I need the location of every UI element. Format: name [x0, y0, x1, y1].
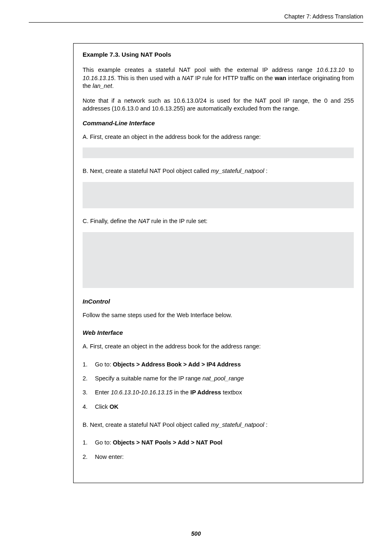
list-number: 1.: [83, 360, 95, 368]
cli-step-b: B. Next, create a stateful NAT Pool obje…: [83, 167, 354, 175]
cli-step-c: C. Finally, define the NAT rule in the I…: [83, 217, 354, 226]
incontrol-heading: InControl: [83, 298, 354, 305]
example-box: Example 7.3. Using NAT Pools This exampl…: [73, 43, 363, 483]
list-item: 3. Enter 10.6.13.10-10.16.13.15 in the I…: [83, 385, 354, 399]
list-text: Now enter:: [95, 453, 124, 461]
code-block-b: [83, 182, 354, 208]
text: .: [112, 83, 114, 89]
text: IP rule for HTTP traffic on the: [194, 75, 275, 81]
list-text: Specify a suitable name for the IP range…: [95, 374, 244, 382]
list-item: 1. Go to: Objects > NAT Pools > Add > NA…: [83, 435, 354, 449]
text: . This is then used with a: [114, 75, 182, 81]
text: to: [345, 67, 354, 73]
list-text: Enter 10.6.13.10-10.16.13.15 in the IP A…: [95, 388, 242, 396]
web-steps-b-list: 1. Go to: Objects > NAT Pools > Add > NA…: [83, 435, 354, 464]
wan-label: wan: [274, 75, 286, 81]
text: :: [266, 168, 267, 174]
list-number: 2.: [83, 453, 95, 461]
natpool-name: my_stateful_natpool: [211, 421, 266, 428]
chapter-header: Chapter 7: Address Translation: [29, 13, 363, 23]
text: :: [266, 421, 267, 428]
nat-label: NAT: [182, 75, 194, 81]
text: C. Finally, define the: [83, 218, 138, 224]
incontrol-text: Follow the same steps used for the Web I…: [83, 311, 354, 320]
page-number: 500: [0, 530, 392, 537]
text: This example creates a stateful NAT pool…: [83, 67, 316, 73]
list-number: 1.: [83, 438, 95, 447]
cli-step-a: A. First, create an object in the addres…: [83, 133, 354, 141]
code-block-a: [83, 147, 354, 158]
natpool-name: my_stateful_natpool: [211, 168, 266, 174]
list-item: 2. Now enter:: [83, 450, 354, 464]
lan-net-label: lan_net: [92, 83, 112, 89]
example-title: Example 7.3. Using NAT Pools: [83, 51, 354, 58]
list-item: 2. Specify a suitable name for the IP ra…: [83, 371, 354, 385]
cli-heading: Command-Line Interface: [83, 120, 354, 127]
example-intro-1: This example creates a stateful NAT pool…: [83, 66, 354, 90]
code-block-c: [83, 232, 354, 288]
example-intro-2: Note that if a network such as 10.6.13.0…: [83, 97, 354, 113]
list-number: 2.: [83, 374, 95, 382]
web-steps-a-list: 1. Go to: Objects > Address Book > Add >…: [83, 357, 354, 414]
text: rule in the IP rule set:: [150, 218, 208, 224]
list-text: Click OK: [95, 403, 118, 411]
ip-range-end: 10.16.13.15: [83, 75, 114, 81]
text: B. Next, create a stateful NAT Pool obje…: [83, 168, 211, 174]
web-step-b: B. Next, create a stateful NAT Pool obje…: [83, 421, 354, 429]
list-text: Go to: Objects > NAT Pools > Add > NAT P…: [95, 438, 222, 447]
list-number: 4.: [83, 403, 95, 411]
list-item: 1. Go to: Objects > Address Book > Add >…: [83, 357, 354, 371]
web-step-a: A. First, create an object in the addres…: [83, 343, 354, 351]
list-number: 3.: [83, 388, 95, 396]
list-text: Go to: Objects > Address Book > Add > IP…: [95, 360, 241, 368]
list-item: 4. Click OK: [83, 400, 354, 414]
ip-range-start: 10.6.13.10: [316, 67, 345, 73]
nat-label: NAT: [138, 218, 150, 224]
web-interface-heading: Web Interface: [83, 329, 354, 336]
text: B. Next, create a stateful NAT Pool obje…: [83, 421, 211, 428]
